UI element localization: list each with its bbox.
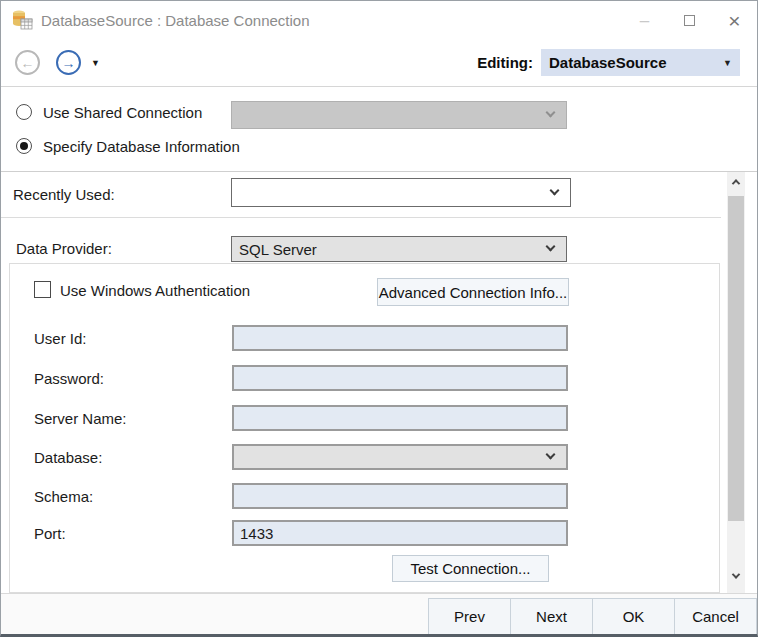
window-controls: – × [622, 1, 757, 39]
next-button[interactable]: Next [510, 598, 593, 635]
forward-menu-caret-icon[interactable]: ▼ [91, 58, 100, 68]
data-provider-value: SQL Server [239, 241, 317, 258]
shared-connection-dropdown [231, 101, 567, 129]
back-arrow-icon: ← [21, 55, 35, 71]
editing-label: Editing: [477, 54, 533, 71]
database-dropdown[interactable] [232, 444, 568, 470]
user-id-label: User Id: [34, 330, 87, 347]
forward-arrow-icon: → [62, 55, 76, 71]
editing-dropdown[interactable]: DatabaseSource ▼ [541, 49, 740, 76]
maximize-icon [684, 15, 695, 26]
database-label: Database: [34, 449, 102, 466]
specify-database-radio[interactable] [16, 138, 32, 154]
back-button[interactable]: ← [15, 50, 40, 75]
close-button[interactable]: × [712, 1, 757, 39]
recently-used-dropdown[interactable] [231, 178, 571, 207]
database-table-icon [11, 10, 33, 30]
specify-database-label[interactable]: Specify Database Information [43, 138, 240, 155]
connection-mode-section: Use Shared Connection Specify Database I… [1, 88, 757, 172]
chevron-down-icon [546, 450, 556, 460]
dialog-button-bar: Prev Next OK Cancel [1, 593, 757, 634]
chevron-down-icon [732, 570, 740, 578]
minimize-icon: – [640, 12, 649, 29]
database-connection-dialog: DatabaseSource : Database Connection – ×… [0, 0, 758, 637]
prev-button[interactable]: Prev [428, 598, 511, 635]
chevron-up-icon [732, 179, 740, 187]
chevron-down-icon [546, 108, 556, 118]
navigation-toolbar: ← → ▼ Editing: DatabaseSource ▼ [1, 39, 757, 87]
forward-button[interactable]: → [56, 50, 81, 75]
chevron-down-icon: ▼ [723, 58, 732, 68]
password-label: Password: [34, 370, 104, 387]
scrollbar-thumb[interactable] [728, 196, 744, 521]
server-name-label: Server Name: [34, 410, 127, 427]
port-input[interactable] [232, 520, 568, 546]
minimize-button[interactable]: – [622, 1, 667, 39]
data-provider-label: Data Provider: [16, 240, 112, 257]
dialog-buttons: Prev Next OK Cancel [429, 598, 757, 635]
chevron-down-icon [546, 242, 556, 252]
port-label: Port: [34, 525, 66, 542]
windows-auth-label[interactable]: Use Windows Authentication [60, 282, 250, 299]
close-icon: × [728, 10, 740, 31]
editing-group: Editing: DatabaseSource ▼ [477, 49, 740, 76]
recently-used-label: Recently Used: [13, 186, 115, 203]
schema-input[interactable] [232, 483, 568, 509]
use-shared-connection-radio[interactable] [16, 104, 32, 120]
editing-dropdown-value: DatabaseSource [549, 54, 667, 71]
window-title: DatabaseSource : Database Connection [41, 12, 310, 29]
vertical-scrollbar[interactable] [727, 172, 745, 593]
schema-label: Schema: [34, 488, 93, 505]
windows-auth-checkbox[interactable] [34, 281, 51, 298]
user-id-input[interactable] [232, 325, 568, 351]
server-name-input[interactable] [232, 405, 568, 431]
password-input[interactable] [232, 365, 568, 391]
test-connection-button[interactable]: Test Connection... [392, 555, 549, 582]
chevron-down-icon [550, 185, 560, 195]
maximize-button[interactable] [667, 1, 712, 39]
scroll-down-button[interactable] [727, 566, 745, 586]
ok-button[interactable]: OK [592, 598, 675, 635]
scroll-up-button[interactable] [727, 172, 745, 192]
advanced-connection-info-button[interactable]: Advanced Connection Info... [377, 278, 569, 306]
cancel-button[interactable]: Cancel [674, 598, 757, 635]
data-provider-dropdown[interactable]: SQL Server [231, 236, 567, 262]
section-divider [1, 217, 721, 218]
title-bar: DatabaseSource : Database Connection – × [1, 1, 757, 39]
form-scroll-area: Recently Used: Data Provider: SQL Server… [1, 172, 758, 593]
use-shared-connection-label[interactable]: Use Shared Connection [43, 104, 202, 121]
database-info-groupbox: Use Windows Authentication Advanced Conn… [9, 263, 720, 593]
